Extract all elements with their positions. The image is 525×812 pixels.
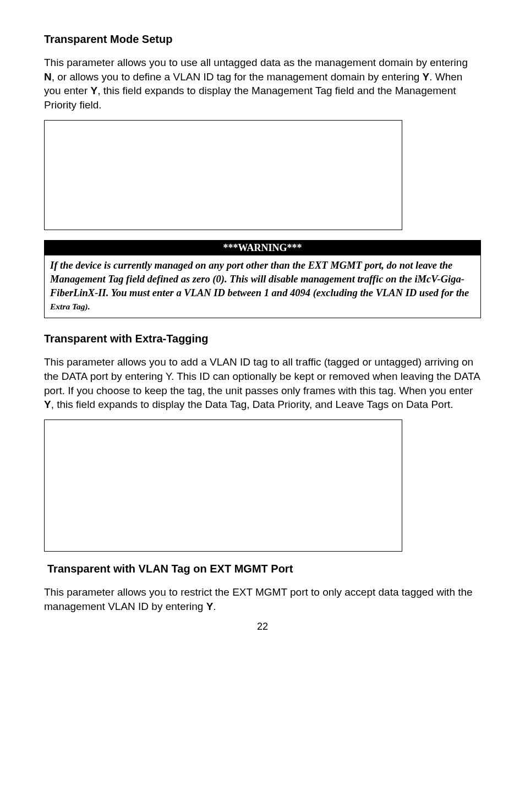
figure-box-2 [44,419,402,552]
section3-paragraph: This parameter allows you to restrict th… [44,585,481,613]
text-fragment: . [213,601,216,612]
figure-box-1 [44,120,402,230]
text-fragment: , this field expands to display the Mana… [44,85,456,111]
bold-y: Y [423,71,430,83]
text-fragment: This parameter allows you to use all unt… [44,57,468,68]
text-fragment: , or allows you to define a VLAN ID tag … [52,71,423,83]
section1-paragraph: This parameter allows you to use all unt… [44,56,481,112]
warning-body: If the device is currently managed on an… [45,255,480,318]
section2-paragraph: This parameter allows you to add a VLAN … [44,355,481,412]
warning-text: If the device is currently managed on an… [50,260,469,298]
section2-heading: Transparent with Extra-Tagging [44,333,481,345]
section1-heading: Transparent Mode Setup [44,33,481,46]
bold-y: Y [91,85,98,96]
text-fragment: This parameter allows you to add a VLAN … [44,356,480,396]
bold-y: Y [44,399,51,410]
page-number: 22 [44,621,481,633]
warning-text-small: Extra Tag). [50,302,90,311]
section3-heading: Transparent with VLAN Tag on EXT MGMT Po… [44,563,481,575]
text-fragment: , this field expands to display the Data… [51,399,453,410]
text-fragment: This parameter allows you to restrict th… [44,586,473,612]
warning-box: ***WARNING*** If the device is currently… [44,240,481,319]
warning-header: ***WARNING*** [45,241,480,255]
bold-n: N [44,71,52,83]
bold-y: Y [206,601,214,612]
